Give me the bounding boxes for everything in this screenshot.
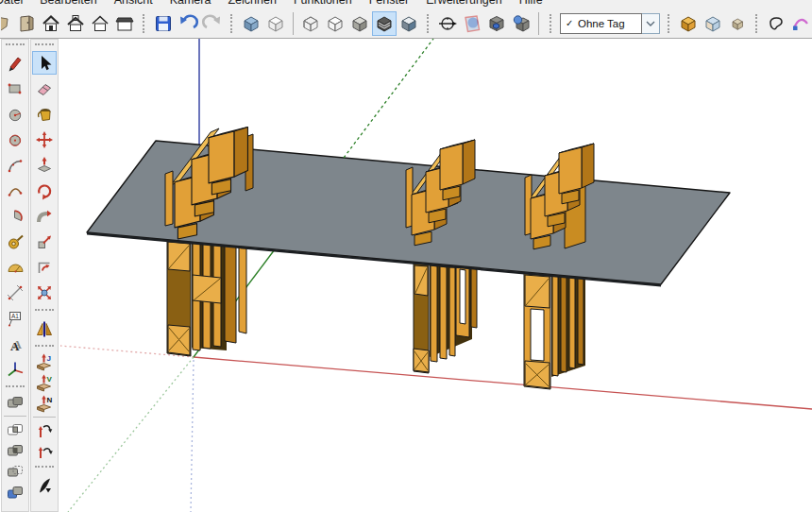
tool-dimension[interactable] [3, 281, 27, 304]
tag-dropdown-arrow[interactable] [642, 13, 660, 34]
toolbar-grip[interactable] [668, 14, 670, 33]
tool-mirror[interactable] [32, 316, 57, 340]
tool-axes[interactable] [3, 357, 27, 381]
view-box-white-button[interactable] [263, 11, 288, 36]
tool-line[interactable] [3, 51, 27, 75]
tool-vector-push-pull[interactable]: V [32, 372, 57, 393]
tool-rotate[interactable] [32, 179, 57, 202]
box-blue-button[interactable] [701, 11, 725, 36]
tool-solid-subtract[interactable] [3, 461, 27, 482]
toolbar-grip[interactable] [35, 309, 54, 312]
style-monochrome-icon [398, 13, 419, 34]
viewport-canvas[interactable] [60, 39, 812, 512]
match-photo-button[interactable] [460, 11, 484, 36]
style-monochrome-button[interactable] [397, 11, 421, 36]
house-flat-button[interactable] [112, 11, 137, 36]
tool-polygon[interactable] [3, 128, 27, 151]
tool-round-corner[interactable] [32, 420, 57, 441]
pallet-leg-right-lower[interactable] [524, 273, 585, 389]
tool-normal-push-pull[interactable]: N [32, 393, 57, 414]
menu-zeichnen[interactable]: Zeichnen [219, 0, 284, 9]
tool-freehand-quill[interactable] [32, 473, 57, 497]
menu-bearbeiten[interactable]: Bearbeiten [31, 0, 105, 9]
svg-text:A1: A1 [11, 313, 19, 319]
axis-blue-negative [191, 360, 194, 512]
toolbar-grip[interactable] [6, 43, 25, 46]
tool-pie[interactable] [3, 204, 27, 228]
tool-eraser[interactable] [32, 77, 57, 100]
fredo-scale-icon [35, 283, 54, 302]
tool-scale[interactable] [32, 230, 57, 253]
undo-button[interactable] [176, 11, 200, 36]
tool-fredo-scale[interactable] [32, 281, 57, 304]
tool-solid-union[interactable] [3, 440, 27, 461]
tool-solid-intersect[interactable] [3, 419, 27, 440]
template-partial-icon [0, 13, 13, 34]
tool-round-corner-bezier[interactable] [32, 441, 57, 462]
toolbar-grip[interactable] [230, 14, 233, 33]
tool-protractor[interactable] [3, 255, 27, 279]
view-box-blue-button[interactable] [239, 11, 263, 36]
menu-funktionen[interactable]: Funktionen [285, 0, 361, 9]
toolbar-grip[interactable] [35, 43, 54, 46]
component-sphere-button[interactable] [509, 11, 533, 36]
toolbar-grip[interactable] [35, 466, 54, 469]
curve-tool-icon [790, 13, 811, 34]
house-chimney-button[interactable] [63, 11, 88, 36]
match-photo-icon [462, 13, 482, 34]
tool-joint-push-pull[interactable]: J [32, 351, 57, 372]
tool-solid-trim[interactable] [3, 482, 27, 503]
style-hiddenline-button[interactable] [323, 11, 347, 36]
tool-solid-outer-shell[interactable] [3, 392, 27, 413]
toolbar-separator [538, 12, 539, 35]
tool-offset[interactable] [32, 255, 57, 279]
toolbar-grip[interactable] [427, 14, 430, 33]
box-small-button[interactable] [725, 11, 750, 36]
curve-tool-button[interactable] [788, 11, 812, 36]
tool-circle[interactable] [3, 102, 27, 126]
house-solid-button[interactable] [39, 11, 63, 36]
tool-tape-measure[interactable] [3, 230, 27, 253]
tag-dropdown[interactable]: ✓ Ohne Tag [560, 13, 660, 34]
toolbar-grip[interactable] [35, 345, 54, 348]
toolbar-grip[interactable] [755, 14, 758, 33]
tool-move[interactable] [32, 128, 57, 151]
menu-datei[interactable]: Datei [0, 0, 31, 9]
menu-ansicht[interactable]: Ansicht [106, 0, 161, 9]
menu-fenster[interactable]: Fenster [361, 0, 417, 9]
menu-hilfe[interactable]: Hilfe [511, 0, 551, 9]
redo-button[interactable] [200, 11, 225, 36]
style-textured-button[interactable] [372, 11, 397, 36]
toolbar-grip[interactable] [550, 14, 552, 33]
dimension-icon [6, 283, 25, 302]
pie-icon [6, 207, 25, 226]
tool-two-point-arc[interactable] [3, 179, 27, 202]
component-hex-button[interactable] [484, 11, 509, 36]
box-orange-button[interactable] [676, 11, 701, 36]
style-shaded-button[interactable] [347, 11, 372, 36]
tool-text[interactable]: A1 [3, 306, 27, 330]
cabinet-button[interactable] [14, 11, 39, 36]
lasso-button[interactable] [764, 11, 788, 36]
pallet-leg-middle-lower[interactable] [414, 264, 477, 373]
menu-kamera[interactable]: Kamera [161, 0, 220, 9]
tag-dropdown-field[interactable]: ✓ Ohne Tag [560, 13, 642, 34]
pallet-leg-left-lower[interactable] [167, 240, 246, 356]
select-arrow-icon [35, 54, 54, 73]
save-button[interactable] [151, 11, 176, 36]
tool-follow-me[interactable] [32, 204, 57, 228]
tool-arc[interactable] [3, 153, 27, 177]
tool-rectangle[interactable] [3, 77, 27, 100]
tool-paint-bucket[interactable] [32, 102, 57, 126]
menu-erweiterungen[interactable]: Erweiterungen [417, 0, 511, 9]
tool-select[interactable] [32, 51, 57, 75]
tool-push-pull[interactable] [32, 153, 57, 177]
house-outline-button[interactable] [88, 11, 112, 36]
toolbar-grip[interactable] [6, 385, 25, 388]
push-pull-icon [35, 156, 54, 175]
style-wireframe-button[interactable] [298, 11, 323, 36]
tool-3d-text[interactable]: A A [3, 332, 27, 355]
template-partial-button[interactable] [0, 11, 14, 36]
toolbar-grip[interactable] [143, 14, 145, 33]
axes-compass-button[interactable] [435, 11, 460, 36]
